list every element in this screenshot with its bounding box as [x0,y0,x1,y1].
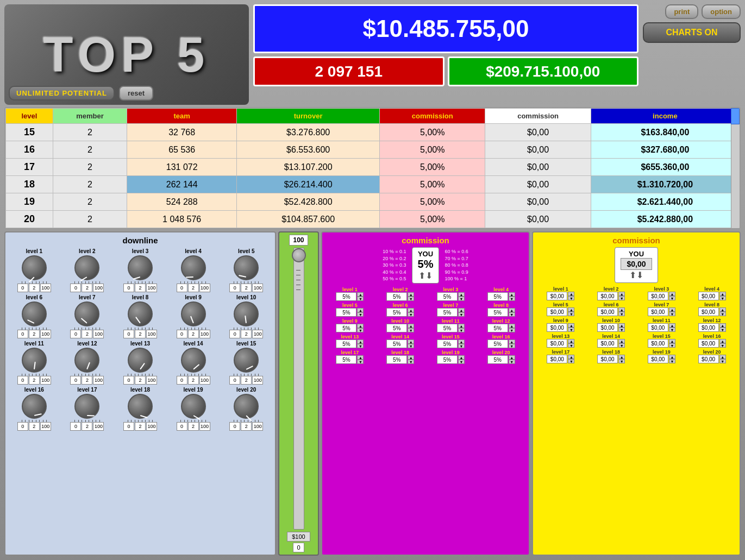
knob-input-0[interactable] [70,376,81,385]
knob-circle[interactable] [74,301,99,326]
commission-input-magenta[interactable] [437,292,458,301]
knob-input-1[interactable] [82,422,92,431]
spinner-up[interactable]: ▲ [357,292,364,297]
knob-input-2[interactable] [199,330,210,338]
spinner-up-yellow[interactable]: ▲ [719,292,726,296]
spinner-down-yellow[interactable]: ▼ [618,328,625,332]
commission-input-magenta[interactable] [437,324,458,332]
spinner-down[interactable]: ▼ [458,360,465,364]
commission-input-magenta[interactable] [336,339,356,348]
knob-input-0[interactable] [17,376,28,385]
commission-input-yellow[interactable] [648,292,668,300]
commission-input-yellow[interactable] [597,355,618,363]
commission-input-yellow[interactable] [547,307,567,316]
spinner-up[interactable]: ▲ [458,292,465,297]
knob-input-1[interactable] [135,284,146,292]
knob-input-1[interactable] [29,422,40,431]
commission-input-magenta[interactable] [437,355,458,364]
spinner-down[interactable]: ▼ [357,328,364,332]
charts-button[interactable]: CHARTS ON [643,22,741,43]
knob-input-2[interactable] [199,422,210,431]
spinner-up-yellow[interactable]: ▲ [669,292,675,296]
commission-input-yellow[interactable] [547,292,567,300]
spinner-up[interactable]: ▲ [509,339,515,344]
spinner-up[interactable]: ▲ [357,339,364,344]
commission-input-yellow[interactable] [597,307,618,316]
knob-input-2[interactable] [40,422,51,431]
spinner-down[interactable]: ▼ [509,344,515,348]
spinner-down-yellow[interactable]: ▼ [568,296,574,300]
knob-input-1[interactable] [188,330,199,338]
option-button[interactable]: option [702,4,741,19]
spinner-up-yellow[interactable]: ▲ [618,292,625,296]
knob-circle[interactable] [128,255,153,280]
commission-input-magenta[interactable] [487,324,508,332]
spinner-down[interactable]: ▼ [357,312,364,317]
you-spinner-yellow[interactable]: ⬆⬇ [621,270,652,280]
spinner-up[interactable]: ▲ [408,339,414,344]
commission-input-magenta[interactable] [336,355,356,364]
spinner-up-yellow[interactable]: ▲ [618,307,625,312]
spinner-up[interactable]: ▲ [509,324,515,328]
spinner-up-yellow[interactable]: ▲ [669,307,675,312]
knob-input-1[interactable] [241,422,252,431]
spinner-down-yellow[interactable]: ▼ [568,359,574,363]
commission-input-yellow[interactable] [698,323,719,332]
spinner-up[interactable]: ▲ [458,324,465,328]
spinner-down-yellow[interactable]: ▼ [568,312,574,316]
commission-input-yellow[interactable] [698,355,719,363]
knob-circle[interactable] [22,301,47,326]
knob-circle[interactable] [74,394,99,419]
spinner-down-yellow[interactable]: ▼ [568,343,574,348]
spinner-up-yellow[interactable]: ▲ [669,339,675,343]
spinner-down-yellow[interactable]: ▼ [669,312,675,316]
spinner-up[interactable]: ▲ [509,308,515,312]
commission-input-magenta[interactable] [386,355,407,364]
commission-input-yellow[interactable] [698,292,719,300]
spinner-down-yellow[interactable]: ▼ [719,296,726,300]
knob-input-2[interactable] [40,284,51,292]
spinner-down-yellow[interactable]: ▼ [568,328,574,332]
spinner-down[interactable]: ▼ [408,312,414,317]
commission-input-yellow[interactable] [648,323,668,332]
knob-input-2[interactable] [93,330,104,338]
commission-input-yellow[interactable] [547,355,567,363]
commission-input-yellow[interactable] [648,307,668,316]
commission-input-magenta[interactable] [336,324,356,332]
slider-track[interactable] [293,248,304,530]
knob-input-2[interactable] [252,284,263,292]
knob-circle[interactable] [74,348,99,373]
spinner-up[interactable]: ▲ [509,355,515,360]
spinner-up-yellow[interactable]: ▲ [618,355,625,359]
spinner-down[interactable]: ▼ [458,344,465,348]
spinner-up[interactable]: ▲ [357,324,364,328]
commission-input-magenta[interactable] [336,308,356,317]
knob-input-0[interactable] [177,422,187,431]
spinner-down-yellow[interactable]: ▼ [669,359,675,363]
knob-input-0[interactable] [229,376,240,385]
spinner-down[interactable]: ▼ [408,328,414,332]
knob-input-2[interactable] [146,422,157,431]
knob-input-1[interactable] [82,376,92,385]
commission-input-yellow[interactable] [547,339,567,348]
knob-input-2[interactable] [40,330,51,338]
spinner-up-yellow[interactable]: ▲ [568,323,574,328]
scrollbar-thumb[interactable] [731,108,740,124]
commission-input-magenta[interactable] [386,292,407,301]
spinner-up-yellow[interactable]: ▲ [719,307,726,312]
knob-input-0[interactable] [17,284,28,292]
knob-input-1[interactable] [29,330,40,338]
knob-circle[interactable] [181,394,206,419]
spinner-up[interactable]: ▲ [408,355,414,360]
spinner-down-yellow[interactable]: ▼ [719,328,726,332]
knob-circle[interactable] [234,301,259,326]
you-spinner-magenta[interactable]: ⬆⬇ [418,270,434,281]
spinner-down-yellow[interactable]: ▼ [719,312,726,316]
knob-circle[interactable] [22,348,47,373]
knob-circle[interactable] [22,394,47,419]
commission-input-yellow[interactable] [648,339,668,348]
knob-input-2[interactable] [252,376,263,385]
knob-circle[interactable] [234,348,259,373]
knob-circle[interactable] [181,301,206,326]
knob-circle[interactable] [234,394,259,419]
